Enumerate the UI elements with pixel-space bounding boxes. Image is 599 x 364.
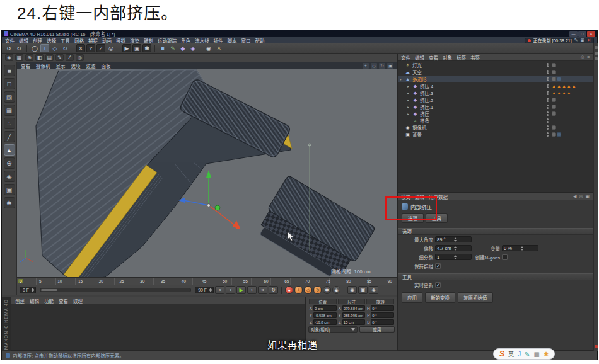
- view-menu[interactable]: 查看: [21, 62, 30, 69]
- record-button[interactable]: ●: [285, 286, 293, 294]
- expand-icon[interactable]: [400, 77, 405, 81]
- record-position-toggle[interactable]: +: [294, 286, 303, 294]
- object-row[interactable]: ☁ 天空: [398, 69, 593, 76]
- menu-item-pipeline[interactable]: 流水线: [195, 37, 209, 44]
- menu-item-select[interactable]: 选择: [47, 37, 56, 44]
- render-view-button[interactable]: ▶: [122, 44, 131, 52]
- filter-menu[interactable]: 过滤: [86, 62, 96, 69]
- ime-pencil-icon[interactable]: ✎: [525, 351, 530, 358]
- menu-item-simulate[interactable]: 模拟: [116, 37, 125, 44]
- tag-area[interactable]: [552, 84, 591, 88]
- coordinate-mode-select[interactable]: 对象(相对): [308, 326, 358, 333]
- mirror-icon[interactable]: ◧: [35, 54, 44, 61]
- lock-workplane-icon[interactable]: ▣: [4, 184, 15, 195]
- object-row[interactable]: ◉ 摄像机: [398, 124, 593, 131]
- om-search-icon[interactable]: ◎: [581, 55, 584, 60]
- polygon-selection-tag-icon[interactable]: [557, 91, 561, 95]
- solo-button[interactable]: ◈: [369, 286, 378, 294]
- visibility-toggles[interactable]: [547, 77, 549, 81]
- frame-tick[interactable]: 70: [305, 279, 310, 283]
- om-edit-menu[interactable]: 编辑: [415, 54, 424, 61]
- tag-area[interactable]: [552, 105, 591, 109]
- y-axis-toggle[interactable]: Y: [86, 44, 95, 52]
- cube-primitive-button[interactable]: ■: [158, 44, 167, 52]
- zoom-view-icon[interactable]: ◇: [371, 63, 377, 69]
- tag-area[interactable]: [552, 111, 591, 116]
- language-indicator[interactable]: 英: [508, 350, 514, 358]
- expand-icon[interactable]: [407, 112, 412, 116]
- phong-tag-icon[interactable]: [552, 111, 556, 116]
- visibility-toggles[interactable]: [547, 132, 549, 137]
- x-axis-toggle[interactable]: X: [76, 44, 85, 52]
- size-x-field[interactable]: 279.684 cm: [342, 305, 366, 311]
- panel-icon[interactable]: ▣: [581, 38, 585, 43]
- frame-tick[interactable]: 15: [78, 279, 83, 283]
- maximize-button[interactable]: □: [578, 31, 586, 37]
- render-settings-button[interactable]: ✱: [142, 44, 151, 52]
- scale-tool-icon[interactable]: ◇: [50, 44, 59, 52]
- polygon-selection-tag-icon[interactable]: [552, 91, 556, 95]
- offset-field[interactable]: 4.7 cm: [435, 245, 472, 251]
- next-frame-button[interactable]: ›: [247, 286, 257, 294]
- record-scale-toggle[interactable]: ◇: [304, 286, 312, 294]
- close-button[interactable]: ✕: [587, 31, 595, 37]
- menu-item-create[interactable]: 创建: [33, 37, 42, 44]
- axis-modify-icon[interactable]: ⊕: [25, 54, 33, 61]
- spinner-icon[interactable]: [521, 246, 537, 251]
- visibility-toggles[interactable]: [547, 84, 549, 88]
- frame-tick[interactable]: 80: [346, 279, 351, 283]
- expand-icon[interactable]: [407, 105, 412, 109]
- pan-view-icon[interactable]: +: [363, 63, 369, 69]
- workplane-mode-icon[interactable]: ▦: [4, 105, 15, 116]
- magnet-icon[interactable]: ✱: [4, 197, 15, 208]
- object-row[interactable]: ≈ 样条: [398, 117, 593, 124]
- frame-tick[interactable]: 45: [202, 279, 206, 283]
- visibility-toggles[interactable]: [547, 118, 549, 123]
- undo-icon[interactable]: ↺: [4, 44, 13, 52]
- menu-item-file[interactable]: 文件: [5, 37, 15, 44]
- phong-tag-icon[interactable]: [552, 132, 556, 137]
- move-tool-icon[interactable]: +: [40, 44, 49, 52]
- keyframe-selection-button[interactable]: ▣: [358, 286, 368, 294]
- edges-mode-icon[interactable]: ╱: [4, 131, 15, 142]
- object-row[interactable]: ◆ 挤压: [398, 110, 593, 117]
- object-row[interactable]: ◆ 挤压.1: [398, 103, 593, 110]
- menu-item-mesh[interactable]: 网格: [74, 37, 84, 44]
- expand-icon[interactable]: [407, 91, 412, 95]
- object-row-selected[interactable]: ▲ 多边形: [398, 76, 593, 82]
- play-button[interactable]: ▶: [236, 286, 246, 294]
- loop-button[interactable]: ↻: [269, 286, 278, 294]
- points-mode-icon[interactable]: ∴: [4, 118, 15, 129]
- max-angle-field[interactable]: 89 °: [435, 236, 472, 242]
- spinner-icon[interactable]: [454, 255, 470, 259]
- live-selection-icon[interactable]: ◯: [30, 44, 39, 52]
- visibility-toggles[interactable]: [547, 111, 549, 116]
- autokey-button[interactable]: ◉: [347, 286, 357, 294]
- phong-tag-icon[interactable]: [552, 77, 556, 81]
- texture-tag-icon[interactable]: [557, 77, 561, 81]
- spinner-icon[interactable]: [454, 237, 470, 242]
- om-bookmarks-menu[interactable]: 书签: [470, 54, 480, 61]
- object-row[interactable]: ◆ 挤压.3: [398, 89, 593, 96]
- am-back-icon[interactable]: ◀: [573, 194, 576, 199]
- record-rotation-toggle[interactable]: ↻: [313, 286, 322, 294]
- am-lock-icon[interactable]: ◎: [579, 194, 583, 199]
- visibility-toggles[interactable]: [547, 63, 549, 67]
- snap-settings-icon[interactable]: ◈: [4, 171, 15, 182]
- tag-area[interactable]: [552, 125, 591, 130]
- om-view-menu[interactable]: 查看: [429, 54, 438, 61]
- timeline-ruler[interactable]: 0 5 10 15 20 25 30 35 40 45 50 55 60 65 …: [17, 277, 397, 285]
- ime-toolbox-icon[interactable]: ✱: [544, 351, 549, 358]
- minimize-button[interactable]: —: [569, 31, 578, 37]
- menu-item-help[interactable]: 帮助: [255, 37, 265, 44]
- generator-button[interactable]: ◆: [178, 44, 187, 52]
- coordinate-apply-button[interactable]: 应用: [359, 326, 395, 333]
- go-to-start-button[interactable]: «: [215, 286, 224, 294]
- deformer-button[interactable]: ◈: [189, 44, 197, 52]
- phong-tag-icon[interactable]: [552, 98, 556, 102]
- menu-item-motion-tracker[interactable]: 运动跟踪: [158, 37, 177, 44]
- polygons-mode-icon[interactable]: ▲: [4, 144, 15, 156]
- current-frame-field[interactable]: 0 F: [20, 287, 36, 293]
- om-file-menu[interactable]: 文件: [401, 54, 410, 61]
- dock-icon[interactable]: [595, 46, 598, 49]
